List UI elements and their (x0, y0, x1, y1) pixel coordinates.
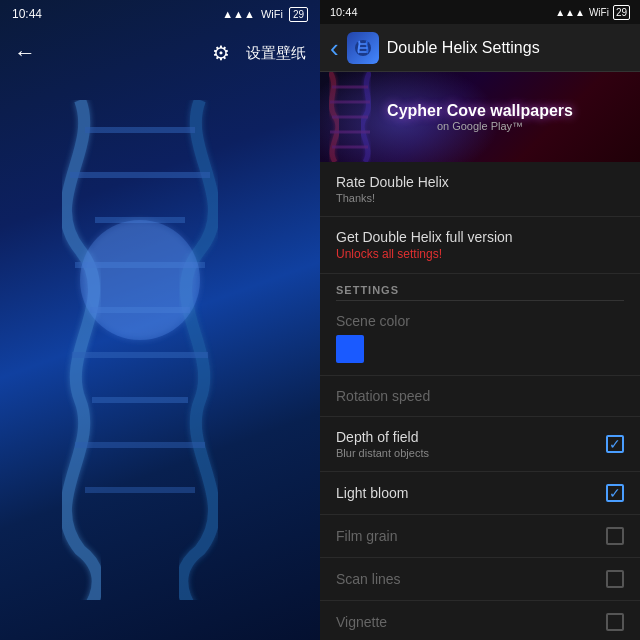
item-label: Vignette (336, 614, 387, 630)
film-grain-item: Film grain (320, 515, 640, 558)
item-text: Scene color (336, 313, 410, 363)
right-time: 10:44 (330, 6, 358, 18)
banner-title: Cypher Cove wallpapers (387, 102, 573, 120)
item-text: Scan lines (336, 571, 401, 587)
left-toolbar: ← ⚙ 设置壁纸 (0, 28, 320, 78)
item-text: Rate Double Helix Thanks! (336, 174, 449, 204)
depth-of-field-item[interactable]: Depth of field Blur distant objects ✓ (320, 417, 640, 472)
scan-lines-checkbox (606, 570, 624, 588)
vignette-item: Vignette (320, 601, 640, 640)
back-button[interactable]: ← (14, 40, 36, 66)
battery-icon: 29 (289, 7, 308, 22)
dna-background (0, 0, 320, 640)
settings-section-header: SETTINGS (320, 274, 640, 300)
signal-icon: ▲▲▲ (222, 8, 255, 20)
toolbar-right: ⚙ 设置壁纸 (212, 41, 306, 65)
item-sublabel: Blur distant objects (336, 447, 429, 459)
banner[interactable]: Cypher Cove wallpapers on Google Play™ (320, 72, 640, 162)
item-label: Get Double Helix full version (336, 229, 513, 245)
item-sublabel: Thanks! (336, 192, 449, 204)
item-label: Depth of field (336, 429, 429, 445)
item-label: Scan lines (336, 571, 401, 587)
item-label: Light bloom (336, 485, 408, 501)
item-label: Scene color (336, 313, 410, 329)
svg-point-9 (80, 220, 200, 340)
list-item: Scene color (320, 301, 640, 376)
item-text: Depth of field Blur distant objects (336, 429, 429, 459)
right-battery-icon: 29 (613, 5, 630, 20)
banner-subtitle: on Google Play™ (387, 120, 573, 132)
item-text: Rotation speed (336, 388, 430, 404)
left-status-icons: ▲▲▲ WiFi 29 (222, 7, 308, 22)
list-item: Rotation speed (320, 376, 640, 417)
settings-list: Rate Double Helix Thanks! Get Double Hel… (320, 162, 640, 640)
item-text: Get Double Helix full version Unlocks al… (336, 229, 513, 261)
light-bloom-checkbox[interactable]: ✓ (606, 484, 624, 502)
app-back-button[interactable]: ‹ (330, 35, 339, 61)
light-bloom-item[interactable]: Light bloom ✓ (320, 472, 640, 515)
item-text: Vignette (336, 614, 387, 630)
right-wifi-icon: WiFi (589, 7, 609, 18)
app-title: Double Helix Settings (387, 39, 540, 57)
item-label: Film grain (336, 528, 397, 544)
depth-of-field-checkbox[interactable]: ✓ (606, 435, 624, 453)
item-text: Film grain (336, 528, 397, 544)
banner-text: Cypher Cove wallpapers on Google Play™ (387, 102, 573, 132)
item-text: Light bloom (336, 485, 408, 501)
right-panel: 10:44 ▲▲▲ WiFi 29 ‹ Double Helix Setting… (320, 0, 640, 640)
wifi-icon: WiFi (261, 8, 283, 20)
item-label: Rate Double Helix (336, 174, 449, 190)
toolbar-title: 设置壁纸 (246, 44, 306, 63)
film-grain-checkbox (606, 527, 624, 545)
list-item[interactable]: Get Double Helix full version Unlocks al… (320, 217, 640, 274)
right-status-bar: 10:44 ▲▲▲ WiFi 29 (320, 0, 640, 24)
left-time: 10:44 (12, 7, 42, 21)
app-toolbar: ‹ Double Helix Settings (320, 24, 640, 72)
scan-lines-item: Scan lines (320, 558, 640, 601)
left-status-bar: 10:44 ▲▲▲ WiFi 29 (0, 0, 320, 28)
vignette-checkbox (606, 613, 624, 631)
right-signal-icon: ▲▲▲ (555, 7, 585, 18)
left-panel: 10:44 ▲▲▲ WiFi 29 ← ⚙ 设置壁纸 (0, 0, 320, 640)
app-icon (347, 32, 379, 64)
right-status-icons: ▲▲▲ WiFi 29 (555, 5, 630, 20)
color-swatch (336, 335, 364, 363)
item-label: Rotation speed (336, 388, 430, 404)
unlock-label: Unlocks all settings! (336, 247, 513, 261)
gear-icon[interactable]: ⚙ (212, 41, 230, 65)
list-item[interactable]: Rate Double Helix Thanks! (320, 162, 640, 217)
